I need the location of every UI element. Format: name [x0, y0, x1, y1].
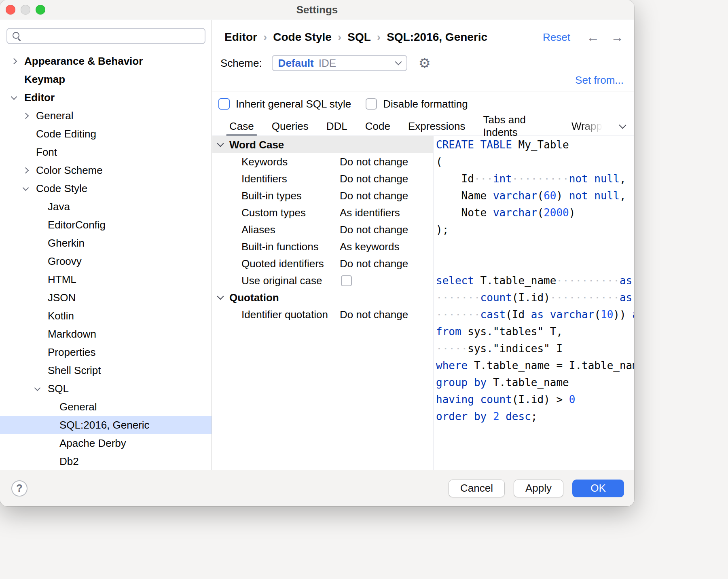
sidebar-item-code-style[interactable]: Code Style [0, 180, 212, 198]
sidebar-item-json[interactable]: JSON [0, 289, 212, 307]
search-icon [12, 32, 21, 40]
code-line: CREATE TABLE My_Table [436, 136, 634, 153]
reset-link[interactable]: Reset [543, 31, 570, 44]
setting-label: Built-in functions [241, 241, 340, 253]
tab-expressions[interactable]: Expressions [408, 117, 466, 136]
settings-row-custom-types: Custom typesAs identifiers [212, 204, 433, 221]
sidebar-item-editor[interactable]: Editor [0, 89, 212, 107]
code-line: ( [436, 153, 634, 170]
chevron-down-icon[interactable] [34, 388, 48, 390]
sidebar-item-markdown[interactable]: Markdown [0, 325, 212, 343]
sidebar-item-editorconfig[interactable]: EditorConfig [0, 216, 212, 234]
setting-value-dropdown[interactable]: As identifiers [340, 207, 400, 219]
chevron-right-icon[interactable] [22, 114, 36, 118]
tab-wrapp[interactable]: Wrapp [571, 117, 602, 136]
cancel-button[interactable]: Cancel [449, 480, 505, 497]
sidebar-item-kotlin[interactable]: Kotlin [0, 307, 212, 325]
sidebar-item-db2[interactable]: Db2 [0, 452, 212, 470]
sidebar-item-apache-derby[interactable]: Apache Derby [0, 434, 212, 452]
sidebar-item-properties[interactable]: Properties [0, 343, 212, 361]
disable-formatting-checkbox[interactable] [366, 98, 377, 110]
code-token: 60 [544, 190, 556, 202]
sidebar-item-html[interactable]: HTML [0, 270, 212, 289]
forward-arrow-icon[interactable]: → [611, 30, 624, 45]
code-token [474, 393, 480, 406]
sidebar-item-label: SQL [48, 382, 69, 395]
section-header-word-case[interactable]: Word Case [212, 136, 433, 153]
setting-value-dropdown[interactable]: As keywords [340, 241, 399, 253]
setting-value-dropdown[interactable]: Do not change [340, 224, 408, 236]
sidebar-item-java[interactable]: Java [0, 198, 212, 216]
chevron-down-icon[interactable] [22, 188, 36, 190]
chevron-right-icon[interactable] [22, 168, 36, 173]
sidebar-item-label: General [36, 110, 74, 122]
gear-icon[interactable]: ⚙ [419, 55, 431, 71]
code-token: ··· [474, 173, 493, 185]
setting-label: Built-in types [241, 190, 340, 202]
settings-row-identifiers: IdentifiersDo not change [212, 170, 433, 187]
sidebar-item-keymap[interactable]: Keymap [0, 70, 212, 89]
code-token: ······· [436, 292, 480, 304]
tab-strip: CaseQueriesDDLCodeExpressionsTabs and In… [212, 117, 634, 136]
search-box[interactable] [6, 28, 205, 44]
code-token: int [493, 173, 512, 185]
apply-button[interactable]: Apply [514, 480, 563, 497]
sidebar-item-gherkin[interactable]: Gherkin [0, 234, 212, 252]
search-input[interactable] [25, 30, 200, 42]
tab-tabs-and-indents[interactable]: Tabs and Indents [483, 117, 554, 136]
code-token: as [632, 309, 634, 321]
code-token: 2 [493, 410, 499, 423]
breadcrumb-editor[interactable]: Editor [224, 31, 257, 44]
setting-value-dropdown[interactable]: Do not change [340, 258, 408, 270]
help-button[interactable]: ? [11, 480, 28, 497]
breadcrumb-current-page: SQL:2016, Generic [387, 31, 487, 44]
sidebar-item-general[interactable]: General [0, 398, 212, 416]
setting-value-dropdown[interactable]: Do not change [340, 173, 408, 185]
chevron-right-icon[interactable] [11, 59, 24, 63]
sidebar-item-appearance-behavior[interactable]: Appearance & Behavior [0, 52, 212, 70]
settings-row-identifier-quotation: Identifier quotationDo not change [212, 306, 433, 323]
breadcrumb-sql[interactable]: SQL [347, 31, 371, 44]
code-token: 0 [569, 393, 576, 406]
setting-value-dropdown[interactable]: Do not change [340, 309, 408, 321]
sidebar-item-color-scheme[interactable]: Color Scheme [0, 161, 212, 180]
section-header-quotation[interactable]: Quotation [212, 289, 433, 306]
code-token: not null [569, 173, 620, 185]
scheme-select[interactable]: Default IDE [272, 55, 407, 71]
sidebar-item-sql[interactable]: SQL [0, 380, 212, 398]
tab-queries[interactable]: Queries [272, 117, 309, 136]
code-token: where [436, 359, 468, 372]
disable-formatting-option[interactable]: Disable formatting [366, 98, 468, 110]
back-arrow-icon[interactable]: ← [586, 30, 599, 45]
code-line: ·····sys."indices" I [436, 340, 634, 357]
setting-label: Use original case [241, 275, 340, 287]
code-token: )) [613, 309, 632, 321]
inherit-sql-style-option[interactable]: Inherit general SQL style [218, 98, 351, 110]
set-from-link[interactable]: Set from... [575, 74, 624, 86]
sidebar-item-font[interactable]: Font [0, 143, 212, 161]
sidebar-item-label: SQL:2016, Generic [59, 419, 150, 431]
sidebar-item-shell-script[interactable]: Shell Script [0, 361, 212, 380]
inherit-sql-style-checkbox[interactable] [218, 98, 230, 110]
sidebar-item-code-editing[interactable]: Code Editing [0, 125, 212, 143]
breadcrumb-code-style[interactable]: Code Style [273, 31, 332, 44]
chevron-down-icon[interactable] [11, 97, 24, 99]
sidebar-item-sql-2016-generic[interactable]: SQL:2016, Generic [0, 416, 212, 434]
tab-overflow-chevron-icon[interactable] [619, 121, 626, 129]
code-token: ); [436, 224, 449, 236]
inherit-sql-style-label: Inherit general SQL style [236, 98, 351, 110]
tab-label: Expressions [408, 120, 466, 133]
tab-case[interactable]: Case [229, 117, 254, 136]
settings-list: Word CaseKeywordsDo not changeIdentifier… [212, 136, 433, 470]
setting-value-dropdown[interactable]: Do not change [340, 190, 408, 202]
setting-value-dropdown[interactable]: Do not change [340, 156, 408, 168]
setting-checkbox[interactable] [341, 275, 352, 286]
setting-label: Identifier quotation [241, 309, 340, 321]
sidebar-item-label: Apache Derby [59, 437, 126, 450]
tab-code[interactable]: Code [365, 117, 390, 136]
sidebar-item-groovy[interactable]: Groovy [0, 252, 212, 270]
tab-ddl[interactable]: DDL [326, 117, 347, 136]
footer-buttons: Cancel Apply OK [449, 480, 624, 497]
sidebar-item-general[interactable]: General [0, 107, 212, 125]
ok-button[interactable]: OK [572, 480, 624, 497]
